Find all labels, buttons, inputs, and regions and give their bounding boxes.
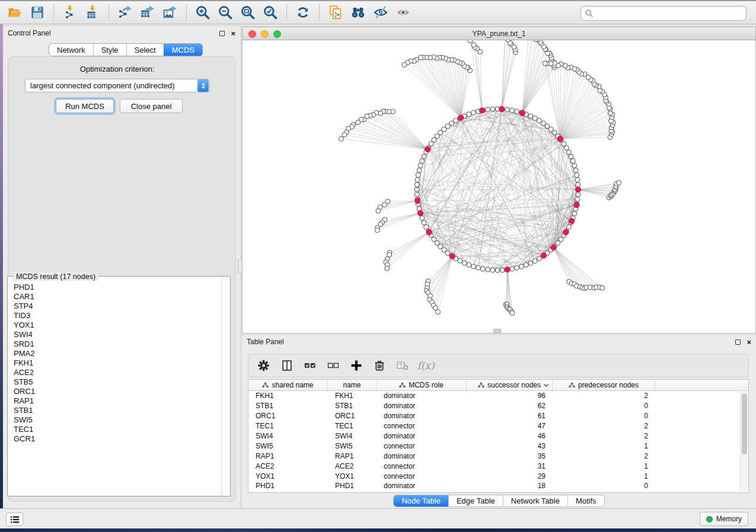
tab-network[interactable]: Network (49, 44, 93, 56)
table-row-STB1[interactable]: STB1STB1dominator620 (248, 401, 748, 411)
tab-node-table[interactable]: Node Table (394, 495, 448, 507)
add-row-icon[interactable] (347, 356, 366, 375)
mcds-result-item[interactable]: STB1 (14, 406, 221, 415)
zoom-fit-icon[interactable] (237, 2, 259, 23)
cell-predecessor_nodes: 2 (553, 452, 655, 460)
table-row-PHD1[interactable]: PHD1PHD1dominator180 (248, 481, 748, 491)
network-graph[interactable] (243, 40, 755, 332)
column-header-predecessor-nodes[interactable]: predecessor nodes (553, 380, 655, 390)
mcds-result-item[interactable]: TID3 (14, 311, 221, 321)
clone-network-icon[interactable] (324, 2, 347, 23)
table-row-FKH1[interactable]: FKH1FKH1dominator962 (248, 391, 748, 401)
mcds-result-item[interactable]: STP4 (14, 302, 221, 311)
export-image-icon[interactable] (159, 2, 181, 23)
traffic-light-minimize-icon[interactable] (261, 30, 269, 38)
column-header-MCDS-role[interactable]: MCDS role (377, 380, 467, 390)
table-row-SWI4[interactable]: SWI4SWI4dominator462 (248, 431, 748, 441)
traffic-light-close-icon[interactable] (248, 30, 256, 38)
mcds-result-item[interactable]: TEC1 (14, 425, 221, 434)
mcds-result-item[interactable]: RAP1 (14, 396, 221, 406)
mcds-result-item[interactable]: FKH1 (14, 358, 221, 368)
tab-edge-table[interactable]: Edge Table (448, 495, 503, 507)
table-scrollbar-thumb[interactable] (742, 393, 747, 454)
select-all-rows-icon[interactable] (301, 356, 320, 375)
table-row-ORC1[interactable]: ORC1ORC1dominator610 (248, 411, 748, 421)
mcds-result-item[interactable]: SWI4 (14, 330, 221, 339)
zoom-selected-icon[interactable] (259, 2, 282, 23)
mcds-result-item[interactable]: ORC1 (14, 387, 221, 396)
table-row-SWI5[interactable]: SWI5SWI5connector431 (248, 441, 748, 451)
mcds-result-item[interactable]: SWI5 (14, 415, 221, 425)
cell-mcds_role: dominator (377, 392, 467, 400)
tab-mcds[interactable]: MCDS (164, 44, 202, 56)
network-window-title: YPA_prune.txt_1 (473, 30, 526, 38)
cell-shared_name: PHD1 (248, 482, 328, 490)
mcds-result-item[interactable]: PHD1 (14, 283, 221, 292)
search-box[interactable] (580, 6, 747, 21)
mcds-result-item[interactable]: PMA2 (14, 349, 221, 358)
cell-predecessor_nodes: 1 (553, 442, 655, 450)
cell-predecessor_nodes: 2 (553, 392, 655, 400)
column-header-name[interactable]: name (328, 380, 377, 390)
insert-column-icon[interactable] (277, 356, 296, 375)
node-table-body: FKH1FKH1dominator962STB1STB1dominator620… (248, 391, 748, 491)
mcds-result-item[interactable]: STB5 (14, 377, 221, 387)
delete-row-icon[interactable] (370, 356, 389, 375)
cell-successor_nodes: 62 (467, 402, 553, 410)
import-table-icon[interactable] (81, 2, 104, 23)
network-canvas[interactable] (242, 40, 756, 334)
float-panel-icon[interactable] (219, 31, 225, 36)
close-table-panel-icon[interactable]: × (747, 339, 751, 345)
toolbar-separator (286, 4, 287, 21)
save-session-icon[interactable] (26, 2, 49, 23)
column-header-shared-name[interactable]: shared name (248, 380, 328, 390)
close-panel-button[interactable]: Close panel (120, 99, 183, 113)
import-network-icon[interactable] (59, 2, 81, 23)
memory-button[interactable]: Memory (700, 512, 748, 526)
network-window-titlebar[interactable]: YPA_prune.txt_1 (242, 27, 756, 40)
float-table-panel-icon[interactable] (735, 339, 741, 345)
search-input[interactable] (594, 8, 746, 20)
zoom-in-icon[interactable] (192, 2, 214, 23)
column-header-successor-nodes[interactable]: successor nodes (467, 380, 553, 390)
traffic-light-maximize-icon[interactable] (273, 30, 281, 38)
hide-selected-icon[interactable] (369, 2, 392, 23)
export-network-icon[interactable] (114, 2, 136, 23)
cell-predecessor_nodes: 0 (553, 412, 655, 420)
open-file-icon[interactable] (4, 2, 26, 23)
criterion-selected-value: largest connected component (undirected) (25, 81, 197, 90)
tab-style[interactable]: Style (93, 44, 126, 56)
mcds-result-item[interactable]: CAR1 (14, 292, 221, 302)
cell-name: SWI5 (328, 442, 377, 450)
network-view-window: YPA_prune.txt_1 (242, 27, 756, 334)
task-history-button[interactable] (6, 512, 23, 526)
tab-motifs[interactable]: Motifs (567, 495, 604, 507)
deselect-all-rows-icon[interactable] (324, 356, 343, 375)
cell-mcds_role: dominator (377, 412, 467, 420)
criterion-select[interactable]: largest connected component (undirected) (25, 79, 210, 92)
run-mcds-button[interactable]: Run MCDS (56, 99, 114, 113)
tab-select[interactable]: Select (126, 44, 164, 56)
table-row-YOX1[interactable]: YOX1YOX1connector291 (248, 471, 748, 481)
export-table-icon[interactable] (136, 2, 159, 23)
tab-network-table[interactable]: Network Table (503, 495, 567, 507)
table-row-TEC1[interactable]: TEC1TEC1connector472 (248, 421, 748, 431)
search-binoculars-icon[interactable] (347, 2, 369, 23)
mcds-result-item[interactable]: SRD1 (14, 339, 221, 349)
zoom-out-icon[interactable] (214, 2, 237, 23)
list-icon (9, 515, 20, 524)
table-row-RAP1[interactable]: RAP1RAP1dominator352 (248, 451, 748, 461)
cell-shared_name: FKH1 (248, 392, 328, 400)
table-row-ACE2[interactable]: ACE2ACE2connector311 (248, 461, 748, 471)
cell-shared_name: ORC1 (248, 412, 328, 420)
table-settings-gear-icon[interactable] (254, 356, 273, 375)
mcds-result-item[interactable]: YOX1 (14, 321, 221, 330)
close-panel-icon[interactable]: × (231, 31, 235, 36)
mcds-result-item[interactable]: ACE2 (14, 368, 221, 377)
table-scrollbar[interactable] (740, 392, 748, 492)
mcds-list-scrollbar[interactable] (221, 277, 229, 495)
mcds-result-item[interactable]: GCR1 (14, 434, 221, 444)
horizontal-splitter-handle[interactable] (493, 329, 501, 334)
toolbar-separator (109, 4, 109, 21)
refresh-layout-icon[interactable] (292, 2, 314, 23)
